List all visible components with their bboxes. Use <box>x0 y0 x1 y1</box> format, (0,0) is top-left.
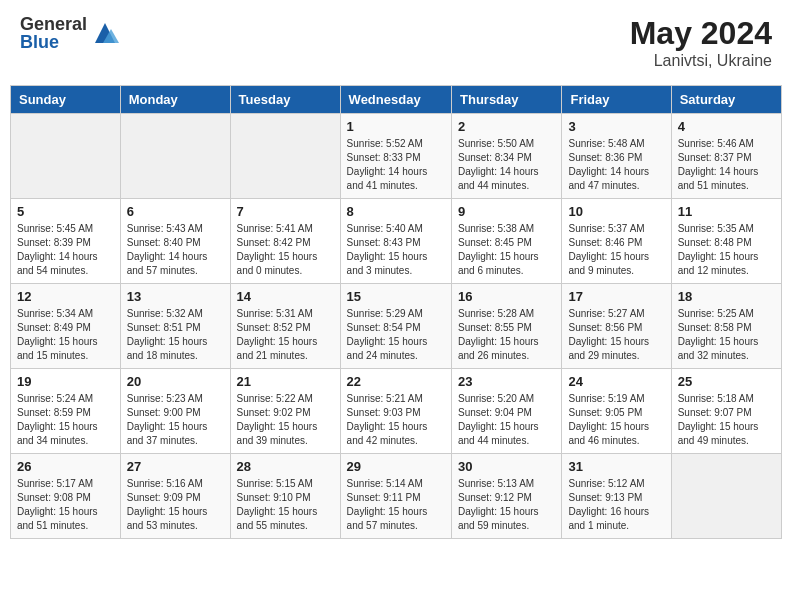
day-info: Sunrise: 5:38 AM Sunset: 8:45 PM Dayligh… <box>458 222 555 278</box>
calendar-header-row: SundayMondayTuesdayWednesdayThursdayFrid… <box>11 86 782 114</box>
day-number: 9 <box>458 204 555 219</box>
calendar-cell: 16Sunrise: 5:28 AM Sunset: 8:55 PM Dayli… <box>452 284 562 369</box>
calendar-cell <box>11 114 121 199</box>
day-info: Sunrise: 5:27 AM Sunset: 8:56 PM Dayligh… <box>568 307 664 363</box>
day-number: 30 <box>458 459 555 474</box>
day-number: 4 <box>678 119 775 134</box>
day-number: 24 <box>568 374 664 389</box>
calendar-cell: 4Sunrise: 5:46 AM Sunset: 8:37 PM Daylig… <box>671 114 781 199</box>
day-number: 27 <box>127 459 224 474</box>
day-info: Sunrise: 5:22 AM Sunset: 9:02 PM Dayligh… <box>237 392 334 448</box>
calendar-cell: 18Sunrise: 5:25 AM Sunset: 8:58 PM Dayli… <box>671 284 781 369</box>
weekday-header: Friday <box>562 86 671 114</box>
calendar-cell: 26Sunrise: 5:17 AM Sunset: 9:08 PM Dayli… <box>11 454 121 539</box>
day-number: 20 <box>127 374 224 389</box>
title-block: May 2024 Lanivtsi, Ukraine <box>630 15 772 70</box>
day-number: 6 <box>127 204 224 219</box>
day-number: 8 <box>347 204 445 219</box>
day-info: Sunrise: 5:48 AM Sunset: 8:36 PM Dayligh… <box>568 137 664 193</box>
day-number: 26 <box>17 459 114 474</box>
day-number: 19 <box>17 374 114 389</box>
weekday-header: Saturday <box>671 86 781 114</box>
day-info: Sunrise: 5:24 AM Sunset: 8:59 PM Dayligh… <box>17 392 114 448</box>
day-number: 25 <box>678 374 775 389</box>
calendar-cell: 8Sunrise: 5:40 AM Sunset: 8:43 PM Daylig… <box>340 199 451 284</box>
calendar-cell: 31Sunrise: 5:12 AM Sunset: 9:13 PM Dayli… <box>562 454 671 539</box>
day-info: Sunrise: 5:12 AM Sunset: 9:13 PM Dayligh… <box>568 477 664 533</box>
day-number: 10 <box>568 204 664 219</box>
day-number: 11 <box>678 204 775 219</box>
weekday-header: Tuesday <box>230 86 340 114</box>
day-info: Sunrise: 5:50 AM Sunset: 8:34 PM Dayligh… <box>458 137 555 193</box>
day-info: Sunrise: 5:21 AM Sunset: 9:03 PM Dayligh… <box>347 392 445 448</box>
day-info: Sunrise: 5:19 AM Sunset: 9:05 PM Dayligh… <box>568 392 664 448</box>
calendar-cell <box>230 114 340 199</box>
calendar-cell: 7Sunrise: 5:41 AM Sunset: 8:42 PM Daylig… <box>230 199 340 284</box>
day-info: Sunrise: 5:20 AM Sunset: 9:04 PM Dayligh… <box>458 392 555 448</box>
day-info: Sunrise: 5:40 AM Sunset: 8:43 PM Dayligh… <box>347 222 445 278</box>
day-number: 12 <box>17 289 114 304</box>
day-number: 18 <box>678 289 775 304</box>
calendar-cell: 5Sunrise: 5:45 AM Sunset: 8:39 PM Daylig… <box>11 199 121 284</box>
calendar-cell: 21Sunrise: 5:22 AM Sunset: 9:02 PM Dayli… <box>230 369 340 454</box>
day-number: 31 <box>568 459 664 474</box>
day-info: Sunrise: 5:13 AM Sunset: 9:12 PM Dayligh… <box>458 477 555 533</box>
day-number: 16 <box>458 289 555 304</box>
day-number: 14 <box>237 289 334 304</box>
calendar-cell: 11Sunrise: 5:35 AM Sunset: 8:48 PM Dayli… <box>671 199 781 284</box>
calendar-cell: 29Sunrise: 5:14 AM Sunset: 9:11 PM Dayli… <box>340 454 451 539</box>
day-info: Sunrise: 5:14 AM Sunset: 9:11 PM Dayligh… <box>347 477 445 533</box>
logo-general: General <box>20 15 87 33</box>
day-info: Sunrise: 5:45 AM Sunset: 8:39 PM Dayligh… <box>17 222 114 278</box>
calendar-week-row: 19Sunrise: 5:24 AM Sunset: 8:59 PM Dayli… <box>11 369 782 454</box>
calendar-cell: 3Sunrise: 5:48 AM Sunset: 8:36 PM Daylig… <box>562 114 671 199</box>
day-number: 5 <box>17 204 114 219</box>
month-year: May 2024 <box>630 15 772 52</box>
calendar-cell: 24Sunrise: 5:19 AM Sunset: 9:05 PM Dayli… <box>562 369 671 454</box>
calendar-cell: 25Sunrise: 5:18 AM Sunset: 9:07 PM Dayli… <box>671 369 781 454</box>
day-number: 22 <box>347 374 445 389</box>
day-number: 23 <box>458 374 555 389</box>
calendar-cell: 2Sunrise: 5:50 AM Sunset: 8:34 PM Daylig… <box>452 114 562 199</box>
day-info: Sunrise: 5:52 AM Sunset: 8:33 PM Dayligh… <box>347 137 445 193</box>
calendar-cell: 6Sunrise: 5:43 AM Sunset: 8:40 PM Daylig… <box>120 199 230 284</box>
calendar-cell: 23Sunrise: 5:20 AM Sunset: 9:04 PM Dayli… <box>452 369 562 454</box>
calendar-cell: 22Sunrise: 5:21 AM Sunset: 9:03 PM Dayli… <box>340 369 451 454</box>
day-info: Sunrise: 5:16 AM Sunset: 9:09 PM Dayligh… <box>127 477 224 533</box>
day-info: Sunrise: 5:43 AM Sunset: 8:40 PM Dayligh… <box>127 222 224 278</box>
day-number: 13 <box>127 289 224 304</box>
logo-blue: Blue <box>20 33 87 51</box>
day-info: Sunrise: 5:17 AM Sunset: 9:08 PM Dayligh… <box>17 477 114 533</box>
day-info: Sunrise: 5:34 AM Sunset: 8:49 PM Dayligh… <box>17 307 114 363</box>
day-number: 17 <box>568 289 664 304</box>
page-header: General Blue May 2024 Lanivtsi, Ukraine <box>10 10 782 75</box>
day-number: 21 <box>237 374 334 389</box>
calendar-week-row: 1Sunrise: 5:52 AM Sunset: 8:33 PM Daylig… <box>11 114 782 199</box>
calendar-cell: 1Sunrise: 5:52 AM Sunset: 8:33 PM Daylig… <box>340 114 451 199</box>
logo-icon <box>91 19 119 47</box>
location: Lanivtsi, Ukraine <box>630 52 772 70</box>
calendar-cell: 28Sunrise: 5:15 AM Sunset: 9:10 PM Dayli… <box>230 454 340 539</box>
logo: General Blue <box>20 15 119 51</box>
calendar-cell <box>671 454 781 539</box>
day-info: Sunrise: 5:23 AM Sunset: 9:00 PM Dayligh… <box>127 392 224 448</box>
day-info: Sunrise: 5:41 AM Sunset: 8:42 PM Dayligh… <box>237 222 334 278</box>
day-info: Sunrise: 5:35 AM Sunset: 8:48 PM Dayligh… <box>678 222 775 278</box>
calendar-table: SundayMondayTuesdayWednesdayThursdayFrid… <box>10 85 782 539</box>
calendar-cell: 17Sunrise: 5:27 AM Sunset: 8:56 PM Dayli… <box>562 284 671 369</box>
calendar-cell: 14Sunrise: 5:31 AM Sunset: 8:52 PM Dayli… <box>230 284 340 369</box>
day-info: Sunrise: 5:29 AM Sunset: 8:54 PM Dayligh… <box>347 307 445 363</box>
day-number: 15 <box>347 289 445 304</box>
calendar-cell <box>120 114 230 199</box>
day-info: Sunrise: 5:25 AM Sunset: 8:58 PM Dayligh… <box>678 307 775 363</box>
calendar-cell: 27Sunrise: 5:16 AM Sunset: 9:09 PM Dayli… <box>120 454 230 539</box>
calendar-cell: 19Sunrise: 5:24 AM Sunset: 8:59 PM Dayli… <box>11 369 121 454</box>
day-info: Sunrise: 5:28 AM Sunset: 8:55 PM Dayligh… <box>458 307 555 363</box>
calendar-cell: 13Sunrise: 5:32 AM Sunset: 8:51 PM Dayli… <box>120 284 230 369</box>
day-info: Sunrise: 5:15 AM Sunset: 9:10 PM Dayligh… <box>237 477 334 533</box>
day-number: 28 <box>237 459 334 474</box>
calendar-cell: 20Sunrise: 5:23 AM Sunset: 9:00 PM Dayli… <box>120 369 230 454</box>
day-info: Sunrise: 5:37 AM Sunset: 8:46 PM Dayligh… <box>568 222 664 278</box>
day-number: 3 <box>568 119 664 134</box>
calendar-cell: 9Sunrise: 5:38 AM Sunset: 8:45 PM Daylig… <box>452 199 562 284</box>
